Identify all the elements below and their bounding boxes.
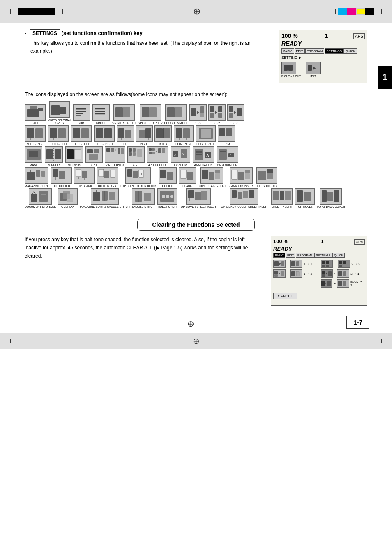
icon-sort: [73, 104, 90, 121]
svg-marker-4: [313, 67, 316, 70]
cdp-tab-basic[interactable]: BASIC: [273, 253, 285, 258]
svg-rect-171: [238, 192, 242, 199]
settings-key-box[interactable]: SETTINGS: [30, 29, 60, 37]
svg-marker-203: [326, 272, 327, 275]
svg-rect-138: [232, 170, 238, 179]
cdp-icon2-2[interactable]: [290, 269, 302, 278]
icon-label-annot: ANNOTATION: [194, 164, 213, 166]
cdp-header: 100 % 1 APS: [273, 238, 365, 245]
svg-rect-44: [50, 128, 57, 138]
svg-rect-210: [338, 281, 342, 286]
icon-cell-2in1: 2IN1: [85, 146, 103, 166]
svg-rect-140: [245, 170, 250, 173]
icon-cell-mixed: MIXED ORIGINAL SIZES: [48, 101, 71, 124]
cdp-ricon3-2[interactable]: [337, 279, 349, 288]
svg-rect-56: [145, 128, 151, 138]
icon-label-saddle: SADDLE STITCH: [132, 205, 154, 208]
icon-pagenum: 1: [217, 146, 238, 163]
icon-label-copyontab: COPY ON TAB: [257, 184, 277, 187]
corner-mark-tr: [331, 9, 336, 14]
cdp-ricon1-2[interactable]: [338, 260, 350, 268]
icon-ss2: [140, 104, 161, 121]
svg-rect-182: [334, 190, 339, 202]
icon-cell-topbacksi: TOP & BACK COVER SHEET INSERT: [219, 188, 269, 208]
svg-rect-154: [93, 192, 100, 201]
svg-rect-21: [149, 107, 157, 117]
svg-rect-153: [67, 194, 73, 202]
cdp-tab-edit[interactable]: EDIT: [286, 253, 295, 258]
cdp-ricon2-2[interactable]: [337, 269, 349, 278]
svg-rect-73: [55, 149, 61, 159]
icon-4in1d: [147, 146, 168, 163]
icon-copiedtab: [200, 167, 223, 184]
icon-xyzoom: XY: [171, 146, 190, 163]
svg-rect-77: [87, 149, 93, 153]
cdp-ricon2-1[interactable]: [321, 269, 333, 278]
cdp-tab-quick[interactable]: QUICK: [332, 253, 345, 258]
svg-rect-83: [118, 148, 120, 154]
corner-mark-br: [377, 9, 382, 14]
cdp-icon1-1[interactable]: [273, 260, 286, 268]
svg-rect-95: [158, 148, 161, 153]
cdp-ricon1-1[interactable]: [321, 260, 333, 268]
dp-tab-program[interactable]: PROGRAM: [305, 48, 325, 54]
icon-ss1: [113, 104, 135, 121]
svg-rect-201: [322, 271, 325, 274]
icon-cell-xyzoom: XY XY ZOOM: [170, 146, 191, 166]
dp-icon-left-label: LEFT: [306, 75, 321, 78]
cdp-tab-program[interactable]: PROGRAM: [296, 253, 314, 258]
icon-row-5: DOCUMENT STORAGE OVERLAY MAGAZINE SORT &…: [25, 188, 367, 208]
icon-group: [92, 104, 110, 121]
icon-label-magsort: MAGAZINE SORT: [25, 184, 48, 187]
svg-rect-115: [53, 169, 58, 177]
cdp-left-options: + 1 → 1 +: [273, 260, 318, 289]
icon-magsaddle: [91, 188, 119, 205]
svg-rect-96: [162, 148, 165, 153]
dp-tab-quick[interactable]: QUICK: [344, 48, 357, 54]
svg-rect-81: [111, 148, 114, 152]
icon-cell-topcoversi: TOP COVER SHEET INSERT: [179, 188, 218, 208]
br-corner: [377, 339, 382, 343]
dp-aps: APS: [353, 33, 365, 39]
svg-rect-174: [273, 191, 279, 200]
icon-label-pagenum: PAGENUMBER: [217, 164, 237, 166]
svg-rect-185: [281, 261, 284, 266]
svg-marker-82: [115, 149, 117, 151]
dp-tab-settings[interactable]: SETTINGS: [325, 48, 344, 54]
icon-cell-negpos: NEG/POS: [65, 146, 84, 166]
svg-rect-145: [31, 194, 37, 202]
cdp-icon1-2[interactable]: [290, 260, 302, 268]
icon-mixed: [49, 101, 70, 118]
svg-rect-173: [249, 190, 254, 198]
svg-rect-139: [238, 172, 244, 180]
svg-rect-205: [338, 271, 342, 276]
icon-bothblank: [97, 167, 118, 184]
icon-label-blank: BLANK: [182, 184, 192, 187]
icon-label-mixed: MIXED ORIGINAL SIZES: [48, 119, 71, 124]
dp-tab-basic[interactable]: BASIC: [281, 48, 294, 54]
icon-cell-topcopied: TOP COPIED: [50, 167, 72, 187]
icon-label-topcopied: TOP COPIED: [53, 184, 70, 187]
dash-label: -: [25, 30, 28, 36]
cdp-icon2-1[interactable]: [273, 269, 286, 278]
cancel-button[interactable]: CANCEL: [273, 293, 297, 299]
icon-label-2in1d: 2IN1 DUPLEX: [106, 164, 125, 166]
icon-row-3: MASK MIRROR NEG/POS 2IN1 2IN1 DUPLEX 4IN…: [25, 146, 367, 166]
svg-rect-199: [339, 265, 342, 267]
cdp-tab-settings[interactable]: SETTINGS: [314, 253, 332, 258]
cdp-ricon3-1[interactable]: [321, 279, 333, 288]
icon-label-2to2: 2→2: [214, 122, 220, 124]
svg-rect-170: [232, 190, 237, 198]
icon-label-xyzoom: XY ZOOM: [174, 164, 187, 166]
icon-2in1d: [105, 146, 125, 163]
cdp-body: + 1 → 1 +: [273, 260, 365, 289]
svg-rect-202: [322, 274, 325, 277]
top-area: ⊕: [0, 0, 392, 23]
icon-label-sheetinsert: SHEET INSERT: [271, 205, 292, 208]
svg-rect-204: [328, 271, 332, 276]
dp-tab-edit[interactable]: EDIT: [295, 48, 305, 54]
svg-rect-17: [115, 107, 123, 117]
icon-label-topcover: TOP COVER: [296, 205, 313, 208]
svg-rect-29: [200, 106, 204, 113]
icon-cell-blanktab: BLANK TAB INSERT: [228, 167, 254, 187]
